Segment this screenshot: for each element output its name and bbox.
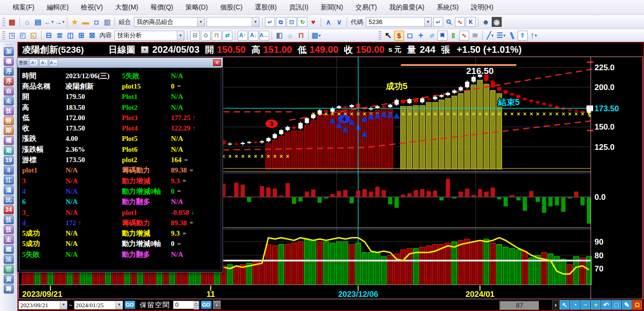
sidebar-button-序-4[interactable]: 序 <box>4 77 14 86</box>
sidebar-button-期-11[interactable]: 期 <box>4 146 14 155</box>
layout-rows-icon[interactable]: ⊟ <box>44 31 54 41</box>
menu-item-4[interactable]: 大盤(M) <box>109 1 144 14</box>
forward-icon[interactable]: →▾ <box>55 17 65 27</box>
fib-lines-icon[interactable]: ☰▾ <box>496 31 506 41</box>
sidebar-button-序-3[interactable]: 序 <box>4 67 14 76</box>
sidebar-button-籌-25[interactable]: 籌 <box>4 285 14 294</box>
portfolio-combo[interactable]: 我的商品組合▼ <box>134 17 205 27</box>
sidebar-button-國-21[interactable]: 國 <box>4 245 14 254</box>
layout-cols3-icon[interactable]: ⊞ <box>76 31 86 41</box>
price-dollar-icon[interactable]: $ <box>394 31 404 41</box>
layout-rows3-icon[interactable]: ≣ <box>55 31 65 41</box>
lock-red-icon[interactable]: ⊓ <box>296 31 306 41</box>
content-combo[interactable]: 技術分析▼ <box>115 31 184 41</box>
menu-item-9[interactable]: 資訊(I) <box>283 1 314 14</box>
trend-chart-icon[interactable]: ∿ <box>455 17 465 27</box>
menu-item-7[interactable]: 個股(C) <box>214 1 248 14</box>
menu-item-11[interactable]: 交易(T) <box>349 1 383 14</box>
pointer-icon[interactable]: ↖ <box>383 31 393 41</box>
line-tool-icon[interactable]: ╱▾ <box>485 31 495 41</box>
sidebar-button-權-10[interactable]: 權 <box>4 136 14 145</box>
compress-icon[interactable]: ⊙ <box>201 31 211 41</box>
sidebar-button-法-22[interactable]: 法 <box>4 255 14 264</box>
layers-icon[interactable]: ≋ <box>470 31 480 41</box>
eraser-icon[interactable]: ▰ <box>427 31 437 41</box>
sidebar-button-自-5[interactable]: 自 <box>4 87 14 96</box>
stepper-down-icon[interactable]: ▼ <box>194 305 199 310</box>
sidebar-button-技-18[interactable]: 技 <box>4 215 14 224</box>
sidebar-button-特-8[interactable]: 特 <box>4 116 14 125</box>
new-icon[interactable]: ★ <box>70 17 80 27</box>
popup-font-up-button[interactable]: A↑ <box>29 59 38 66</box>
menu-item-2[interactable]: 編輯(E) <box>41 1 75 14</box>
menu-item-3[interactable]: 檢視(V) <box>75 1 109 14</box>
duplicate-icon[interactable]: ◱ <box>29 31 39 41</box>
sidebar-button-即-9[interactable]: 即 <box>4 126 14 135</box>
chevron-down-icon[interactable]: ▼ <box>252 17 259 26</box>
new-window-icon[interactable]: ⊡ <box>287 17 297 27</box>
menu-item-12[interactable]: 我的最愛(A) <box>383 1 431 14</box>
sidebar-button-溫-15[interactable]: 溫 <box>4 186 14 195</box>
code-combo[interactable]: 5236▼ <box>366 17 432 27</box>
chevron-down-icon[interactable]: ▼ <box>197 17 204 26</box>
zoom-out-button[interactable]: − <box>580 300 590 310</box>
alert-bell-button[interactable]: Ω <box>632 300 642 310</box>
tools-button[interactable]: ✎ <box>622 300 632 310</box>
compare-candle-icon[interactable]: ‖ <box>448 31 458 41</box>
menu-item-13[interactable]: 系統(S) <box>430 1 465 14</box>
chevron-down-icon[interactable]: ▼ <box>177 31 184 40</box>
popout-window-icon[interactable]: ⧉ <box>276 17 286 27</box>
clock-button[interactable]: ◔ <box>570 300 580 310</box>
pan-move-icon[interactable]: + <box>416 31 426 41</box>
menu-item-10[interactable]: 新聞(N) <box>314 1 349 14</box>
chevron-down-icon[interactable]: ∨ <box>334 17 344 27</box>
lock-icon[interactable]: ⊓ <box>212 31 222 41</box>
sidebar-button-技-19[interactable]: 技 <box>4 225 14 234</box>
chevron-up-icon[interactable]: ∧ <box>323 17 333 27</box>
sidebar-button-8-13[interactable]: 8 <box>4 166 14 175</box>
range-go-button[interactable]: GO <box>124 301 135 309</box>
vertical-span-icon[interactable]: ⇧ <box>518 31 528 41</box>
sidebar-button-比-16[interactable]: 比 <box>4 196 14 205</box>
sidebar-button-走-6[interactable]: 走 <box>4 97 14 106</box>
close-pane-icon[interactable]: ⊠ <box>87 31 97 41</box>
enter-code-icon[interactable]: ↵ <box>433 17 443 27</box>
font-fit-icon[interactable]: A↔ <box>259 31 269 41</box>
collapse-left-button[interactable]: ‹ <box>213 301 221 309</box>
menu-item-14[interactable]: 說明(H) <box>465 1 499 14</box>
app-grid-icon[interactable]: ▦ <box>7 17 17 27</box>
split-pane-icon[interactable]: ◧ <box>274 31 284 41</box>
home-icon[interactable]: ⌂ <box>22 17 32 27</box>
print-icon[interactable]: ▥ <box>102 17 112 27</box>
sidebar-button-櫃-2[interactable]: 櫃 <box>4 57 14 66</box>
parallel-lines-icon[interactable]: ∥ <box>507 31 517 41</box>
chevron-down-icon[interactable]: ▼ <box>116 301 123 309</box>
font-down-icon[interactable]: A↓ <box>248 31 258 41</box>
period-dropdown-button[interactable]: ▼ <box>141 46 149 53</box>
search-icon[interactable]: ⚲ <box>444 17 454 27</box>
favorite-heart-icon[interactable]: ♥ <box>308 17 318 27</box>
broker-icon[interactable]: ☻ <box>481 17 491 27</box>
portfolio-combo-2[interactable]: ▼ <box>206 17 259 27</box>
snapshot-camera-icon[interactable]: ◉ <box>492 17 502 27</box>
back-icon[interactable]: ←▾ <box>44 17 54 27</box>
chip-tool-icon[interactable]: 籌 <box>438 31 447 41</box>
popup-title-bar[interactable]: 查價 A↑A↓A↔ ✕ <box>17 58 223 67</box>
quote-list-icon[interactable]: ▤ <box>33 17 43 27</box>
frame-button[interactable]: □ <box>611 300 621 310</box>
wave-box-icon[interactable]: ∿ <box>459 31 469 41</box>
reserve-go-button[interactable]: GO <box>201 301 212 309</box>
range-end-combo[interactable]: 2024/01/25▼ <box>74 301 123 310</box>
menu-item-1[interactable]: 檔案(F) <box>7 1 41 14</box>
sidebar-button-19-12[interactable]: 19 <box>4 156 14 165</box>
reserve-space-stepper[interactable]: 0 ▲▼ <box>173 301 199 309</box>
sidebar-button-技-7[interactable]: 技 <box>4 106 14 115</box>
sidebar-button-走-20[interactable]: 走 <box>4 235 14 244</box>
sidebar-button-資-24[interactable]: 資 <box>4 275 14 284</box>
menu-item-6[interactable]: 策略(D) <box>179 1 214 14</box>
quote-inspector-popup[interactable]: 查價 A↑A↓A↔ ✕ 時間2023/12/06(三)商品名稱凌陽創新開179.… <box>17 57 223 272</box>
palette-grid-icon[interactable]: ▦▾ <box>311 31 321 41</box>
layout-cols-icon[interactable]: ◫ <box>66 31 75 41</box>
popup-font-fit-button[interactable]: A↔ <box>49 59 58 66</box>
open-folder-icon[interactable]: ▬ <box>81 17 91 27</box>
